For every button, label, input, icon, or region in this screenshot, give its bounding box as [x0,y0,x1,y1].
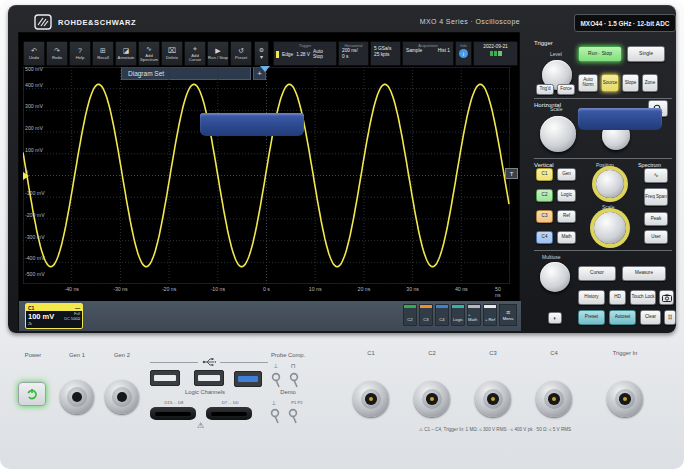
c1-input-connector[interactable] [353,381,389,417]
math-key[interactable]: Math [557,231,576,244]
vertical-scale-knob[interactable] [594,212,626,244]
toolbar-recall-button[interactable]: ⊞Recall [92,41,114,66]
zone-trigger-button[interactable]: Zone [642,74,658,92]
minimize-icon[interactable]: — [75,305,80,311]
voltage-tick-label: -100 mV [25,191,45,196]
toolbar-undo-button[interactable]: ↶Undo [23,41,45,66]
menu-button[interactable]: ≡Menu [499,304,517,326]
waveform-diagram[interactable]: 500 mV400 mV300 mV200 mV100 mV0-100 mV-2… [23,67,510,284]
info-segment[interactable]: Info i [455,41,472,66]
c1-ground-marker[interactable] [23,172,29,180]
toolbar-redo-button[interactable]: ↷Redo [46,41,68,66]
channel-button-c3[interactable]: C3 [419,304,433,326]
touchscreen[interactable]: ↶Undo↷Redo?Help⊞Recall◪Annotate∿Add Spec… [18,32,520,330]
single-button[interactable]: Single [627,46,665,62]
demo-ground-symbol-icon: ⊥ [271,399,276,406]
toolbar-help-button[interactable]: ?Help [69,41,91,66]
horizontal-info-segment[interactable]: Horizontal 200 ns/ 0 s [338,41,369,66]
trigger-source-button[interactable]: Source [601,74,619,92]
cursor-button[interactable]: Cursor [578,266,616,281]
demo-ground-pin[interactable] [268,407,282,425]
trigger-level-marker[interactable]: T [505,168,518,179]
model-badge: MXO44 · 1.5 GHz · 12-bit ADC [574,14,676,32]
channel-button-c2[interactable]: C2 [403,304,417,326]
autoset-button[interactable]: Autoset [609,310,636,325]
c1-coupling: DC 500Ω [64,317,80,321]
time-tick-label: 30 ns [406,286,419,292]
camera-icon [662,294,672,302]
force-trigger-button[interactable]: Force [557,84,575,95]
acquisition-segment[interactable]: Acquisition Sample Hist 1 [402,41,454,66]
spectrum-button[interactable]: ∿ [644,168,668,183]
channel-button-ref[interactable]: + Ref [483,304,497,326]
peak-button[interactable]: Peak [644,212,668,226]
channel-button-logic[interactable]: Logic [451,304,465,326]
channel-c1-badge[interactable]: C1 — 100 mV Full DC 500Ω 2k [25,303,83,329]
toolbar-run-stop-button[interactable]: ▶Run / Stop [207,41,229,66]
trigger-in-connector[interactable] [607,381,643,417]
trigger-mode: Auto [313,49,323,54]
voltage-tick-label: 100 mV [25,148,43,153]
probe-comp-ground-pin[interactable] [269,371,283,389]
oscilloscope-device: ROHDE&SCHWARZ MXO 4 Series · Oscilloscop… [0,0,684,469]
trigger-slope-button[interactable]: Slope [622,74,639,92]
probe-comp-signal-pin[interactable] [287,371,301,389]
vertical-c3-key[interactable]: C3 [536,210,553,223]
annotate-icon: ◪ [123,47,130,54]
info-bubble-icon[interactable]: i [459,49,468,58]
apps-grid-icon: ⠿ [667,314,672,321]
vertical-c2-key[interactable]: C2 [536,189,553,202]
demo-signal-pins[interactable] [286,407,300,425]
usb-port-1[interactable] [150,370,180,386]
gen2-label: Gen 2 [105,352,139,358]
trigger-info-segment[interactable]: Trigger Edge 1.28 V Auto Stop [273,41,337,66]
toolbar-settings-button[interactable]: ⚙ ▾ [254,41,269,66]
network-status-icon [490,51,502,56]
c2-color-strip [404,305,416,308]
logic-key[interactable]: Logic [557,189,576,202]
clear-button[interactable]: Clear [640,310,661,325]
gen-key[interactable]: Gen [557,168,576,181]
channel-button-c4[interactable]: C4 [435,304,449,326]
preset-button[interactable]: Preset [578,310,605,325]
trigd-button[interactable]: Trig'd [536,84,554,95]
measure-button[interactable]: Measure [622,266,666,281]
toolbar-add-spectrum-button[interactable]: ∿Add Spectrum [138,41,160,66]
user-button[interactable]: User [644,230,668,244]
vertical-c1-key[interactable]: C1 [536,168,553,181]
c3-input-connector[interactable] [475,381,511,417]
time-axis-labels: -40 ns-30 ns-20 ns-10 ns0 s10 ns20 ns30 … [23,286,510,294]
toolbar-add-cursor-button[interactable]: ⌖Add Cursor [184,41,206,66]
auto-norm-button[interactable]: Auto Norm [578,74,598,92]
toolbar-annotate-button[interactable]: ◪Annotate [115,41,137,66]
logic-connector-d7-d0[interactable] [206,407,252,420]
history-button[interactable]: History [578,290,605,305]
usb-port-2[interactable] [194,370,224,386]
toolbar-preset-button[interactable]: ↺Preset [230,41,252,66]
touch-lock-button[interactable]: Touch Lock [630,290,656,305]
sample-rate-segment[interactable]: 5 GSa/s 25 kpts [370,41,401,66]
logic-connector-d15-d8[interactable] [150,407,196,420]
multiuse-knob[interactable] [540,262,570,292]
vertical-position-knob[interactable] [596,170,624,198]
trigger-position-marker[interactable] [260,66,270,72]
gen1-connector[interactable] [60,380,94,414]
ref-color-strip [484,305,496,308]
channel-button-math[interactable]: + Math [467,304,481,326]
apps-button[interactable]: ⠿ [664,310,676,325]
datetime-segment[interactable]: 2022-09-21 [473,41,518,66]
gen2-connector[interactable] [105,380,139,414]
freq-span-button[interactable]: Freq Span [644,188,668,206]
power-button[interactable] [18,382,46,406]
horizontal-scale-knob[interactable] [540,116,576,152]
usb3-port[interactable] [234,371,262,387]
hd-mode-button[interactable]: HD [609,290,626,305]
screenshot-button[interactable] [659,290,674,305]
ref-key[interactable]: Ref [557,210,576,223]
display-intensity-button[interactable]: ◐ [548,312,562,324]
c2-input-connector[interactable] [414,381,450,417]
vertical-c4-key[interactable]: C4 [536,231,553,244]
run-stop-button[interactable]: Run · Stop [578,46,622,62]
toolbar-delete-button[interactable]: ⌧Delete [161,41,183,66]
c4-input-connector[interactable] [536,381,572,417]
